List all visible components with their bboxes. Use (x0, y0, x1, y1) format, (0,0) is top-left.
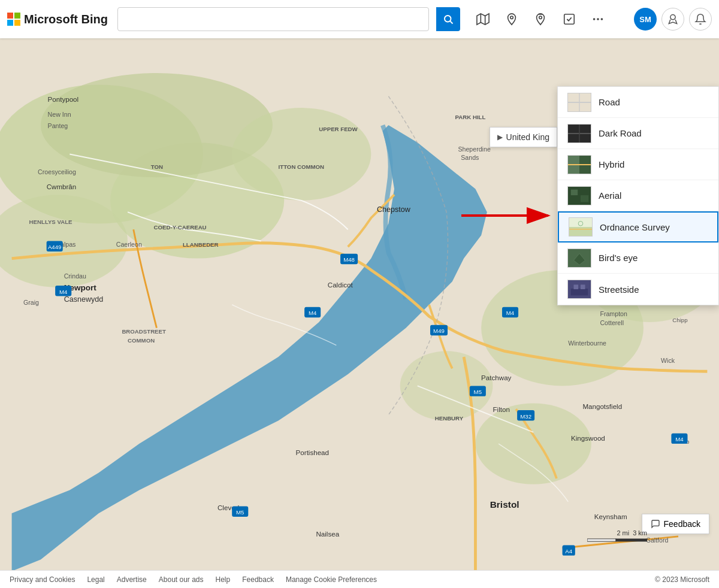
map-type-streetside[interactable]: Streetside (558, 274, 718, 305)
footer-advertise-link[interactable]: Advertise (117, 575, 147, 584)
dark-road-label: Dark Road (599, 128, 642, 138)
svg-rect-101 (581, 195, 588, 202)
header-tools (470, 6, 611, 32)
region-selector[interactable]: ▶ United King (490, 127, 557, 147)
svg-text:Casnewydd: Casnewydd (64, 295, 104, 304)
svg-text:M49: M49 (433, 328, 445, 334)
svg-point-5 (510, 16, 513, 19)
svg-text:HENLLYS VALE: HENLLYS VALE (29, 219, 72, 225)
hybrid-thumb (567, 155, 591, 174)
notifications-button[interactable] (689, 8, 712, 31)
footer-feedback-link[interactable]: Feedback (242, 575, 274, 584)
svg-rect-100 (571, 189, 578, 195)
svg-text:Cwmbrân: Cwmbrân (47, 183, 77, 190)
map-type-ordnance-survey[interactable]: Ordnance Survey (558, 211, 718, 243)
svg-text:New Inn: New Inn (48, 111, 71, 118)
aerial-thumb (567, 186, 591, 205)
svg-text:M5: M5 (236, 509, 244, 516)
tasks-tool-button[interactable] (556, 6, 582, 32)
svg-text:Croesyceiliog: Croesyceiliog (38, 168, 76, 175)
svg-text:PARK HILL: PARK HILL (455, 114, 486, 120)
svg-text:Nailsea: Nailsea (316, 530, 339, 538)
svg-text:Crindau: Crindau (64, 272, 86, 280)
svg-text:M5: M5 (474, 389, 482, 395)
map-type-hybrid[interactable]: Hybrid (558, 149, 718, 180)
streetside-thumb (567, 280, 591, 299)
svg-text:LLANBEDER: LLANBEDER (183, 241, 219, 248)
search-input[interactable] (125, 14, 421, 25)
svg-rect-109 (571, 289, 588, 295)
svg-point-12 (670, 15, 675, 20)
rewards-button[interactable] (661, 8, 684, 31)
svg-text:Panteg: Panteg (48, 122, 68, 129)
svg-rect-7 (539, 14, 542, 15)
svg-text:Winterbourne: Winterbourne (568, 340, 606, 347)
road-thumb (567, 93, 591, 112)
svg-line-1 (450, 21, 452, 23)
footer-privacy-link[interactable]: Privacy and Cookies (10, 575, 75, 584)
footer-cookie-preferences-link[interactable]: Manage Cookie Preferences (286, 575, 377, 584)
footer-about-ads-link[interactable]: About our ads (159, 575, 204, 584)
region-chevron: ▶ (497, 133, 503, 141)
map-type-birds-eye[interactable]: Bird's eye (558, 243, 718, 274)
svg-text:Pontypool: Pontypool (48, 95, 79, 103)
header-right: SM (634, 8, 712, 31)
svg-text:Graig: Graig (23, 299, 39, 306)
svg-text:UPPER FEDW: UPPER FEDW (319, 126, 358, 132)
svg-rect-112 (587, 539, 616, 541)
svg-text:Patchway: Patchway (481, 374, 511, 381)
svg-text:M4: M4 (59, 289, 68, 295)
footer-copyright: © 2023 Microsoft (655, 575, 709, 584)
streetside-label: Streetside (599, 284, 639, 295)
svg-point-11 (601, 18, 603, 20)
svg-text:M4: M4 (675, 436, 684, 442)
svg-point-10 (597, 18, 599, 20)
svg-text:Keynsham: Keynsham (594, 513, 627, 520)
scale-bar: 2 mi 3 km (587, 529, 647, 542)
svg-text:Wick: Wick (661, 357, 675, 364)
svg-text:Sands: Sands (461, 154, 479, 161)
map-type-road[interactable]: Road (558, 87, 718, 118)
svg-text:M48: M48 (343, 256, 355, 263)
local-tool-button[interactable] (499, 6, 525, 32)
svg-text:A449: A449 (48, 244, 62, 250)
ordnance-survey-label: Ordnance Survey (600, 222, 670, 232)
svg-rect-110 (574, 284, 579, 289)
svg-rect-113 (616, 539, 647, 541)
svg-point-9 (593, 18, 596, 20)
feedback-button[interactable]: Feedback (642, 514, 709, 534)
svg-text:ITTON COMMON: ITTON COMMON (279, 163, 325, 170)
svg-text:M4: M4 (506, 310, 515, 316)
map-type-aerial[interactable]: Aerial (558, 180, 718, 211)
svg-text:Mangotsfield: Mangotsfield (582, 402, 622, 410)
footer-legal-link[interactable]: Legal (87, 575, 104, 584)
region-label: United King (506, 132, 549, 142)
search-box[interactable] (117, 7, 429, 31)
svg-text:Portishead: Portishead (296, 448, 329, 456)
footer: Privacy and Cookies Legal Advertise Abou… (0, 570, 719, 588)
svg-text:Chipp: Chipp (672, 317, 687, 323)
svg-text:Filton: Filton (493, 405, 509, 413)
bing-logo: Microsoft Bing (7, 13, 108, 26)
svg-point-0 (445, 16, 451, 22)
svg-text:COED-Y-CAEREAU: COED-Y-CAEREAU (154, 224, 207, 231)
svg-rect-103 (569, 227, 592, 236)
search-button[interactable] (436, 7, 460, 31)
footer-help-link[interactable]: Help (216, 575, 231, 584)
road-label: Road (599, 97, 620, 107)
map-type-dark-road[interactable]: Dark Road (558, 118, 718, 149)
svg-text:Caerleon: Caerleon (116, 241, 142, 248)
maps-tool-button[interactable] (470, 6, 496, 32)
svg-text:BROADSTREET: BROADSTREET (122, 328, 166, 335)
scale-km-label: 3 km (633, 529, 647, 537)
avatar-button[interactable]: SM (634, 8, 657, 31)
svg-text:Caldicot: Caldicot (328, 281, 354, 289)
svg-text:COMMON: COMMON (128, 337, 155, 344)
more-tool-button[interactable] (585, 6, 611, 32)
svg-text:A4: A4 (565, 548, 572, 554)
map-area[interactable]: Pontypool New Inn Panteg Croesyceiliog C… (0, 38, 719, 570)
bing-logo-text: Microsoft Bing (24, 13, 108, 26)
svg-text:TON: TON (151, 163, 163, 170)
saved-tool-button[interactable] (527, 6, 554, 32)
svg-text:Bristol: Bristol (490, 499, 519, 510)
